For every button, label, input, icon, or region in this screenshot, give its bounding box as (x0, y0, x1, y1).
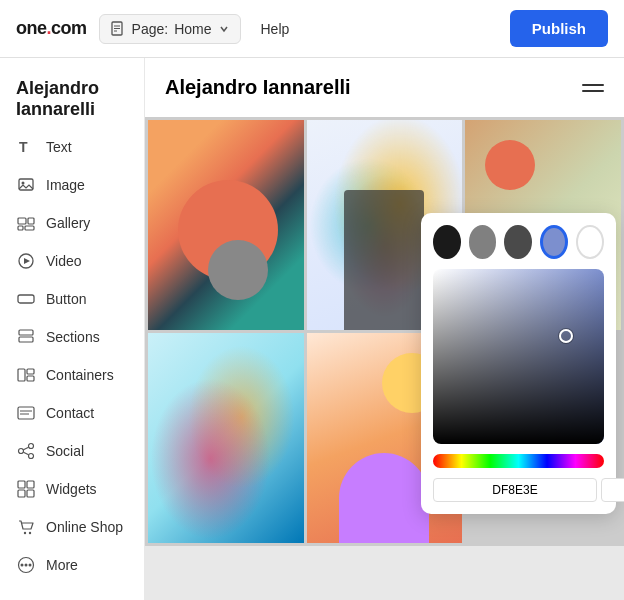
sidebar-item-social[interactable]: Social (0, 432, 144, 470)
sidebar-label-onlineshop: Online Shop (46, 519, 123, 535)
svg-rect-18 (27, 376, 34, 381)
content-area: Alejandro Iannarelli (145, 58, 624, 600)
button-icon (16, 289, 36, 309)
text-icon: T (16, 137, 36, 157)
svg-rect-27 (18, 481, 25, 488)
swatch-gray2[interactable] (504, 225, 532, 259)
svg-point-35 (29, 564, 32, 567)
sidebar-item-widgets[interactable]: Widgets (0, 470, 144, 508)
svg-point-23 (19, 449, 24, 454)
page-name: Home (174, 21, 211, 37)
publish-button[interactable]: Publish (510, 10, 608, 47)
sidebar-label-widgets: Widgets (46, 481, 97, 497)
sidebar-label-gallery: Gallery (46, 215, 90, 231)
video-icon (16, 251, 36, 271)
svg-rect-13 (18, 295, 34, 303)
svg-rect-7 (18, 218, 26, 224)
page-icon (110, 21, 126, 37)
sidebar-label-contact: Contact (46, 405, 94, 421)
sidebar-item-button[interactable]: Button (0, 280, 144, 318)
sidebar-item-gallery[interactable]: Gallery (0, 204, 144, 242)
gallery-icon (16, 213, 36, 233)
sidebar-label-image: Image (46, 177, 85, 193)
svg-marker-12 (24, 258, 30, 264)
color-swatches (433, 225, 604, 259)
svg-point-34 (25, 564, 28, 567)
onlineshop-icon (16, 517, 36, 537)
svg-line-26 (23, 452, 28, 455)
svg-point-24 (29, 454, 34, 459)
svg-rect-9 (18, 226, 23, 230)
sidebar-item-contact[interactable]: Contact (0, 394, 144, 432)
svg-point-31 (24, 532, 26, 534)
social-icon (16, 441, 36, 461)
svg-rect-28 (27, 481, 34, 488)
sidebar-label-button: Button (46, 291, 86, 307)
sidebar-item-containers[interactable]: Containers (0, 356, 144, 394)
contact-icon (16, 403, 36, 423)
swatch-blue[interactable] (540, 225, 568, 259)
hamburger-menu[interactable] (582, 84, 604, 92)
svg-text:T: T (19, 139, 28, 155)
sidebar-item-image[interactable]: Image (0, 166, 144, 204)
sidebar-label-social: Social (46, 443, 84, 459)
sidebar-item-more[interactable]: More (0, 546, 144, 584)
svg-rect-29 (18, 490, 25, 497)
sidebar-label-more: More (46, 557, 78, 573)
svg-point-33 (21, 564, 24, 567)
hex-input[interactable] (433, 478, 597, 502)
sections-icon (16, 327, 36, 347)
sidebar-label-containers: Containers (46, 367, 114, 383)
color-picker (421, 213, 616, 514)
sidebar-label-video: Video (46, 253, 82, 269)
sidebar-item-sections[interactable]: Sections (0, 318, 144, 356)
svg-rect-14 (19, 330, 33, 335)
sidebar: Alejandro Iannarelli T Text Image (0, 58, 145, 600)
grid-image-4[interactable] (148, 333, 304, 543)
hamburger-line2 (582, 90, 604, 92)
svg-rect-8 (28, 218, 34, 224)
color-cursor (559, 329, 573, 343)
main-layout: Alejandro Iannarelli T Text Image (0, 58, 624, 600)
swatch-gray1[interactable] (469, 225, 497, 259)
r-input[interactable] (601, 478, 624, 502)
page-selector[interactable]: Page: Home (99, 14, 241, 44)
sidebar-item-text[interactable]: T Text (0, 128, 144, 166)
color-inputs (433, 478, 604, 502)
grid-image-1[interactable] (148, 120, 304, 330)
sidebar-item-video[interactable]: Video (0, 242, 144, 280)
swatch-black[interactable] (433, 225, 461, 259)
svg-point-22 (29, 444, 34, 449)
sidebar-label-sections: Sections (46, 329, 100, 345)
sidebar-title: Alejandro Iannarelli (0, 66, 144, 128)
svg-point-32 (29, 532, 31, 534)
logo-dot: . (47, 18, 52, 38)
app-header: one.com Page: Home Help Publish (0, 0, 624, 58)
svg-line-25 (23, 447, 28, 450)
rainbow-slider[interactable] (433, 454, 604, 468)
svg-rect-10 (25, 226, 34, 230)
svg-rect-17 (27, 369, 34, 374)
portfolio-header: Alejandro Iannarelli (145, 58, 624, 117)
sidebar-item-onlineshop[interactable]: Online Shop (0, 508, 144, 546)
containers-icon (16, 365, 36, 385)
color-gradient-area[interactable] (433, 269, 604, 444)
sidebar-label-text: Text (46, 139, 72, 155)
svg-rect-15 (19, 337, 33, 342)
logo: one.com (16, 18, 87, 39)
hamburger-line1 (582, 84, 604, 86)
svg-rect-16 (18, 369, 25, 381)
more-icon (16, 555, 36, 575)
page-label: Page: (132, 21, 169, 37)
help-button[interactable]: Help (261, 21, 290, 37)
swatch-white[interactable] (576, 225, 604, 259)
chevron-down-icon (218, 23, 230, 35)
svg-rect-30 (27, 490, 34, 497)
svg-rect-19 (18, 407, 34, 419)
svg-point-6 (22, 182, 25, 185)
image-icon (16, 175, 36, 195)
portfolio-title: Alejandro Iannarelli (165, 76, 351, 99)
widgets-icon (16, 479, 36, 499)
